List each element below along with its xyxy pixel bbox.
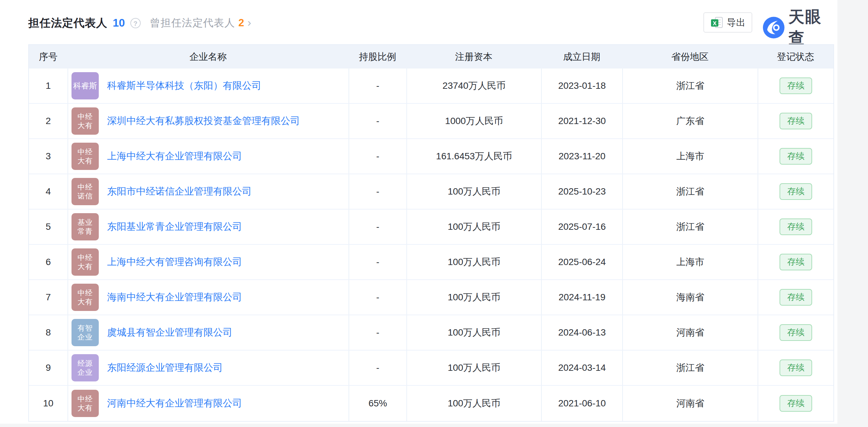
company-cell: 科睿斯 科睿斯半导体科技（东阳）有限公司 (67, 68, 348, 103)
company-cell: 中经大有 深圳中经大有私募股权投资基金管理有限公司 (67, 104, 348, 138)
status-cell: 存续 (757, 139, 833, 174)
row-region: 浙江省 (622, 68, 757, 103)
company-link[interactable]: 河南中经大有企业管理有限公司 (107, 397, 242, 410)
row-seq: 8 (29, 315, 67, 350)
row-share-ratio: - (348, 280, 406, 314)
company-logo[interactable]: 中经诺信 (71, 178, 99, 205)
company-logo[interactable]: 科睿斯 (71, 72, 99, 99)
row-share-ratio: - (348, 104, 406, 138)
column-header: 序号 (29, 45, 67, 68)
row-seq: 6 (29, 245, 67, 279)
company-logo[interactable]: 中经大有 (71, 248, 99, 276)
row-share-ratio: - (348, 174, 406, 209)
tianyancha-logo-icon (763, 17, 784, 38)
row-region: 河南省 (622, 315, 757, 350)
column-header: 持股比例 (348, 45, 406, 68)
table-row: 7 中经大有 海南中经大有企业管理有限公司 - 100万人民币 2024-11-… (29, 280, 833, 315)
status-badge: 存续 (779, 254, 812, 270)
status-cell: 存续 (757, 315, 833, 350)
company-link[interactable]: 科睿斯半导体科技（东阳）有限公司 (107, 79, 261, 92)
row-establish-date: 2023-11-20 (541, 139, 622, 174)
status-badge: 存续 (779, 78, 812, 94)
table-row: 2 中经大有 深圳中经大有私募股权投资基金管理有限公司 - 1000万人民币 2… (29, 104, 833, 139)
company-cell: 基业常青 东阳基业常青企业管理有限公司 (67, 210, 348, 244)
table-body: 1 科睿斯 科睿斯半导体科技（东阳）有限公司 - 23740万人民币 2023-… (29, 68, 833, 421)
row-seq: 3 (29, 139, 67, 174)
row-seq: 7 (29, 280, 67, 314)
status-badge: 存续 (779, 395, 812, 411)
row-establish-date: 2021-06-10 (541, 386, 622, 421)
row-seq: 5 (29, 210, 67, 244)
row-registered-capital: 100万人民币 (406, 245, 541, 279)
row-region: 浙江省 (622, 174, 757, 209)
company-link[interactable]: 上海中经大有企业管理有限公司 (107, 150, 242, 163)
svg-text:X: X (713, 20, 717, 27)
company-logo[interactable]: 中经大有 (71, 390, 99, 417)
company-logo[interactable]: 有智企业 (71, 319, 99, 346)
company-link[interactable]: 东阳经源企业管理有限公司 (107, 361, 223, 374)
status-badge: 存续 (779, 113, 812, 129)
row-establish-date: 2024-11-19 (541, 280, 622, 314)
row-establish-date: 2025-06-24 (541, 245, 622, 279)
export-button[interactable]: X 导出 (703, 12, 752, 33)
company-cell: 中经诺信 东阳市中经诺信企业管理有限公司 (67, 174, 348, 209)
chevron-right-icon: › (247, 17, 251, 28)
company-cell: 中经大有 海南中经大有企业管理有限公司 (67, 280, 348, 314)
company-link[interactable]: 虞城县有智企业管理有限公司 (107, 326, 232, 339)
status-cell: 存续 (757, 68, 833, 103)
page-gutter (837, 0, 868, 427)
company-link[interactable]: 东阳市中经诺信企业管理有限公司 (107, 185, 252, 198)
row-seq: 10 (29, 386, 67, 421)
company-link[interactable]: 上海中经大有管理咨询有限公司 (107, 255, 242, 269)
row-region: 海南省 (622, 280, 757, 314)
table-header-row: 序号企业名称持股比例注册资本成立日期省份地区登记状态 (29, 45, 833, 68)
row-establish-date: 2021-12-30 (541, 104, 622, 138)
column-header: 省份地区 (622, 45, 757, 68)
section-title: 担任法定代表人 (28, 16, 107, 31)
status-cell: 存续 (757, 245, 833, 279)
company-logo[interactable]: 中经大有 (71, 143, 99, 170)
row-share-ratio: - (348, 350, 406, 385)
row-establish-date: 2023-01-18 (541, 68, 622, 103)
status-cell: 存续 (757, 386, 833, 421)
status-badge: 存续 (779, 360, 812, 376)
table-row: 1 科睿斯 科睿斯半导体科技（东阳）有限公司 - 23740万人民币 2023-… (29, 68, 833, 104)
row-seq: 9 (29, 350, 67, 385)
row-region: 浙江省 (622, 210, 757, 244)
column-header: 成立日期 (541, 45, 622, 68)
row-registered-capital: 23740万人民币 (406, 68, 541, 103)
row-region: 河南省 (622, 386, 757, 421)
row-share-ratio: 65% (348, 386, 406, 421)
brand-name: 天眼查 (788, 6, 837, 49)
export-label: 导出 (727, 16, 746, 29)
company-logo[interactable]: 经源企业 (71, 354, 99, 382)
company-cell: 中经大有 河南中经大有企业管理有限公司 (67, 386, 348, 421)
past-legal-rep-link[interactable]: 曾担任法定代表人 2 › (150, 16, 251, 30)
company-logo[interactable]: 中经大有 (71, 108, 99, 135)
company-link[interactable]: 深圳中经大有私募股权投资基金管理有限公司 (107, 114, 300, 128)
status-cell: 存续 (757, 350, 833, 385)
company-link[interactable]: 东阳基业常青企业管理有限公司 (107, 220, 242, 234)
section-count: 10 (113, 17, 125, 29)
table-row: 3 中经大有 上海中经大有企业管理有限公司 - 161.6453万人民币 202… (29, 139, 833, 174)
row-region: 上海市 (622, 245, 757, 279)
past-count: 2 (239, 17, 244, 29)
status-badge: 存续 (779, 324, 812, 340)
row-registered-capital: 100万人民币 (406, 386, 541, 421)
row-registered-capital: 100万人民币 (406, 350, 541, 385)
status-badge: 存续 (779, 183, 812, 200)
row-share-ratio: - (348, 315, 406, 350)
table-row: 5 基业常青 东阳基业常青企业管理有限公司 - 100万人民币 2025-07-… (29, 210, 833, 245)
table-row: 4 中经诺信 东阳市中经诺信企业管理有限公司 - 100万人民币 2025-10… (29, 174, 833, 210)
company-link[interactable]: 海南中经大有企业管理有限公司 (107, 291, 242, 304)
help-icon[interactable]: ? (130, 18, 141, 28)
row-share-ratio: - (348, 210, 406, 244)
company-logo[interactable]: 基业常青 (71, 213, 99, 240)
table-row: 8 有智企业 虞城县有智企业管理有限公司 - 100万人民币 2024-06-1… (29, 315, 833, 350)
company-logo[interactable]: 中经大有 (71, 284, 99, 311)
status-cell: 存续 (757, 174, 833, 209)
row-establish-date: 2025-10-23 (541, 174, 622, 209)
past-title: 曾担任法定代表人 (150, 16, 235, 30)
row-registered-capital: 100万人民币 (406, 174, 541, 209)
row-seq: 2 (29, 104, 67, 138)
